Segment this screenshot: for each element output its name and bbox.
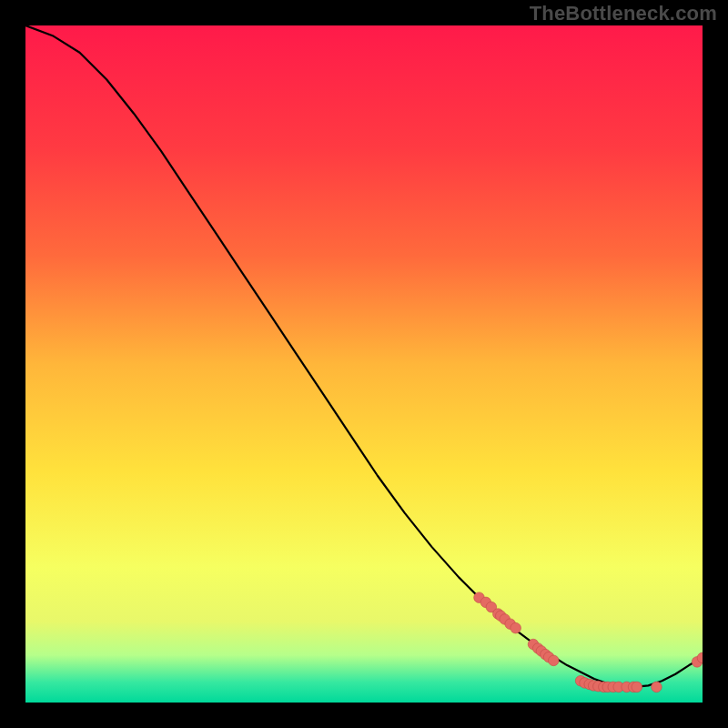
data-point: [652, 682, 662, 693]
data-point: [632, 682, 642, 693]
chart-container: TheBottleneck.com: [0, 0, 728, 728]
data-point: [549, 655, 560, 666]
chart-svg: [25, 25, 703, 703]
data-point: [511, 622, 521, 633]
watermark-text: TheBottleneck.com: [530, 2, 717, 25]
plot-area: [25, 25, 703, 703]
gradient-background: [25, 25, 703, 703]
